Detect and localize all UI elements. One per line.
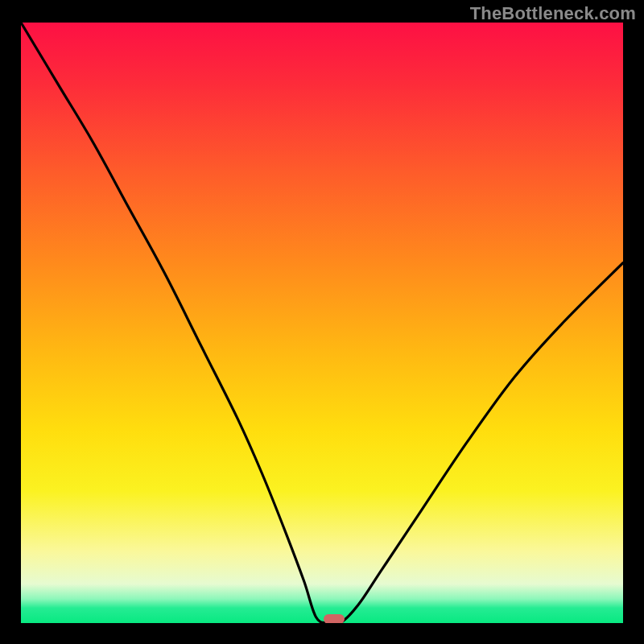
dip-marker (324, 614, 345, 623)
watermark-text: TheBottleneck.com (470, 3, 636, 24)
plot-area (21, 23, 623, 623)
bottleneck-curve (21, 23, 623, 623)
chart-stage: TheBottleneck.com (0, 0, 644, 644)
